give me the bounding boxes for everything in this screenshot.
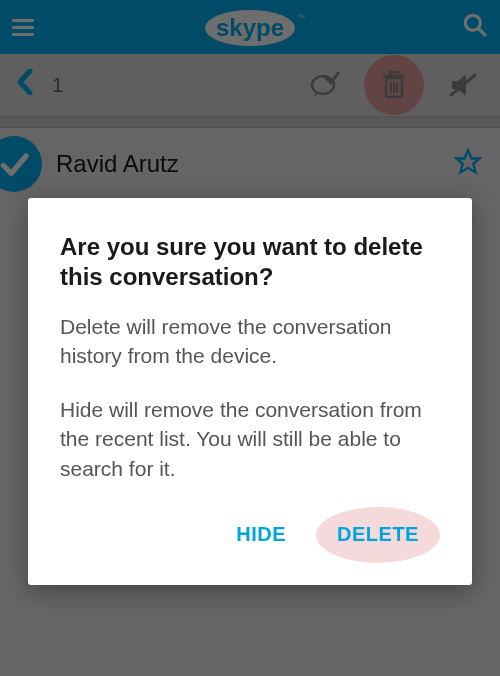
hide-button[interactable]: HIDE	[216, 507, 306, 563]
delete-button[interactable]: DELETE	[337, 523, 419, 546]
delete-highlight-oval: DELETE	[316, 507, 440, 563]
dialog-text-delete: Delete will remove the conversation hist…	[60, 312, 440, 371]
dialog-actions: HIDE DELETE	[60, 507, 440, 563]
delete-confirm-dialog: Are you sure you want to delete this con…	[28, 198, 472, 585]
dialog-text-hide: Hide will remove the conversation from t…	[60, 395, 440, 483]
dialog-title: Are you sure you want to delete this con…	[60, 232, 440, 292]
